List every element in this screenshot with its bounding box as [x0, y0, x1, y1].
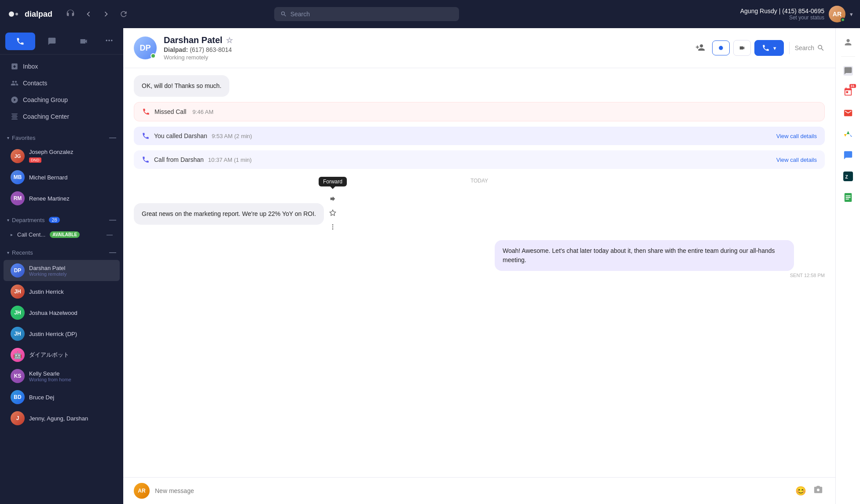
svg-point-3	[108, 40, 110, 41]
app-logo[interactable]: dialpad	[7, 7, 52, 21]
sent-message-container: Woah! Awesome. Let's chat later today ab…	[495, 240, 825, 278]
forward-button-msg[interactable]	[327, 193, 339, 207]
favorites-section: ▾ Favorites — JG Joseph Gonzalez DND MB …	[0, 128, 123, 211]
search-bar[interactable]	[274, 7, 459, 21]
right-calendar-button[interactable]: 31	[839, 83, 857, 101]
input-user-avatar: AR	[134, 483, 150, 499]
chat-area: DP Darshan Patel ☆ Dialpad: (617) 863-80…	[123, 28, 835, 504]
recent-justin-herrick-dp[interactable]: JH Justin Herrick (DP)	[4, 323, 120, 344]
right-gmail-button[interactable]	[839, 104, 857, 122]
message-input[interactable]	[155, 487, 788, 494]
favorites-header[interactable]: ▾ Favorites —	[0, 130, 123, 145]
contact-info-kelly: Kelly Searle Working from home	[29, 370, 113, 382]
tab-chat[interactable]	[37, 33, 67, 50]
messages-area: OK, will do! Thanks so much. Missed Call…	[123, 68, 835, 477]
right-sheets-button[interactable]	[839, 189, 857, 206]
svg-rect-14	[845, 197, 850, 198]
contact-michel-bernard[interactable]: MB Michel Bernard	[4, 167, 120, 188]
message-bubble-1: OK, will do! Thanks so much.	[134, 75, 229, 97]
emoji-button[interactable]: 😊	[794, 484, 808, 498]
recent-jenny-agung-darshan[interactable]: J Jenny, Agung, Darshan	[4, 408, 120, 429]
contact-avatar-renee: RM	[11, 191, 25, 205]
right-zendesk-button[interactable]: Z	[839, 168, 857, 185]
missed-call-time: 9:46 AM	[192, 109, 213, 115]
right-chat2-button[interactable]	[839, 146, 857, 164]
tab-phone[interactable]	[5, 33, 35, 50]
view-call-details-3[interactable]: View call details	[776, 157, 817, 163]
call-button[interactable]: ▾	[754, 40, 784, 56]
headset-icon[interactable]	[63, 7, 78, 22]
contact-joseph-gonzalez[interactable]: JG Joseph Gonzalez DND	[4, 145, 120, 167]
avail-badge: AVAILABLE	[50, 231, 80, 238]
right-chat-button[interactable]	[839, 62, 857, 80]
recents-label: Recents	[12, 249, 33, 256]
departments-collapse[interactable]: —	[109, 216, 116, 224]
sidebar-item-inbox[interactable]: Inbox	[4, 58, 120, 75]
recents-header[interactable]: ▾ Recents —	[0, 245, 123, 260]
right-person-button[interactable]	[839, 33, 857, 51]
favorite-star-icon[interactable]: ☆	[226, 36, 233, 45]
user-menu-chevron[interactable]: ▾	[850, 11, 853, 18]
camera-button[interactable]	[812, 483, 825, 499]
date-divider-today: TODAY	[134, 178, 825, 184]
sidebar-item-coaching-group[interactable]: Coaching Group	[4, 91, 120, 108]
star-message-button[interactable]	[327, 207, 339, 221]
refresh-button[interactable]	[117, 7, 131, 21]
missed-call-label: Missed Call	[154, 108, 186, 115]
contact-avatar-joshua: JH	[11, 306, 25, 320]
contact-info-justin: Justin Herrick	[29, 289, 113, 295]
search-input[interactable]	[290, 11, 453, 18]
contact-name-joseph: Joseph Gonzalez	[29, 149, 113, 155]
sidebar-item-label-contacts: Contacts	[23, 80, 47, 87]
record-button[interactable]	[712, 40, 730, 55]
recent-justin-herrick[interactable]: JH Justin Herrick	[4, 281, 120, 302]
view-call-details-2[interactable]: View call details	[776, 133, 817, 139]
incoming-call-text: Call from Darshan	[154, 156, 204, 163]
contact-avatar-jenny: J	[11, 411, 25, 425]
recent-dial-bot[interactable]: 🤖 ダイアルボット	[4, 344, 120, 365]
recent-bruce-dej[interactable]: BD Bruce Dej	[4, 387, 120, 408]
back-button[interactable]	[81, 7, 96, 21]
recent-kelly-searle[interactable]: KS Kelly Searle Working from home	[4, 365, 120, 387]
user-avatar-wrapper[interactable]: AR	[829, 6, 845, 22]
contact-sub-darshan: Working remotely	[29, 271, 113, 277]
more-options-button[interactable]	[327, 221, 339, 235]
contact-renee-martinez[interactable]: RM Renee Martinez	[4, 188, 120, 209]
favorites-collapse[interactable]: —	[109, 134, 116, 142]
contact-info-darshan: Darshan Patel Working remotely	[29, 265, 113, 277]
contact-name-jenny: Jenny, Agung, Darshan	[29, 415, 113, 422]
call-button-label: ▾	[773, 45, 776, 51]
topnav-right: Agung Rusdy | (415) 854-0695 Set your st…	[740, 6, 853, 22]
svg-rect-13	[845, 195, 850, 196]
svg-point-1	[15, 13, 18, 15]
dept-call-center[interactable]: ▸ Call Cent... AVAILABLE —	[4, 227, 120, 241]
sidebar-item-contacts[interactable]: Contacts	[4, 75, 120, 91]
svg-text:Z: Z	[845, 175, 848, 179]
svg-rect-15	[845, 199, 849, 200]
recents-collapse[interactable]: —	[109, 248, 116, 256]
add-person-button[interactable]	[692, 39, 709, 57]
departments-badge: 28	[49, 217, 59, 223]
contact-info-jenny: Jenny, Agung, Darshan	[29, 415, 113, 422]
video-button[interactable]	[733, 40, 751, 56]
chat-contact-avatar: DP	[134, 37, 157, 59]
contact-info-joseph: Joseph Gonzalez DND	[29, 149, 113, 163]
user-online-status	[841, 18, 845, 22]
tab-more[interactable]	[100, 32, 118, 51]
missed-call-event: Missed Call 9:46 AM	[134, 102, 825, 121]
sidebar-item-coaching-center[interactable]: Coaching Center	[4, 108, 120, 125]
svg-rect-10	[843, 172, 853, 181]
recent-joshua-hazelwood[interactable]: JH Joshua Hazelwood	[4, 302, 120, 323]
sidebar: Inbox Contacts Coaching Group Coaching C…	[0, 28, 123, 504]
dept-collapse-icon[interactable]: —	[107, 231, 113, 238]
incoming-call-time: 10:37 AM (1 min)	[208, 157, 252, 163]
tab-video[interactable]	[69, 33, 99, 50]
search-label: Search	[795, 44, 814, 51]
departments-header[interactable]: ▾ Departments 28 —	[0, 212, 123, 227]
recent-darshan-patel[interactable]: DP Darshan Patel Working remotely	[4, 260, 120, 281]
header-search[interactable]: Search	[795, 44, 825, 52]
right-drive-button[interactable]	[839, 125, 857, 143]
sidebar-item-label-coaching-group: Coaching Group	[23, 96, 68, 103]
forward-button[interactable]	[99, 7, 113, 21]
contact-name-michel: Michel Bernard	[29, 174, 113, 181]
